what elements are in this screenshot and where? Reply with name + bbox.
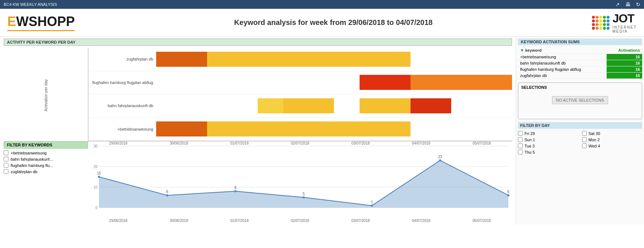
svg-text:20: 20 [93, 165, 98, 169]
bar-xaxis: 29/06/201830/06/201801/07/201802/07/2018… [88, 141, 512, 145]
line-chart: 0102030 156851236 [88, 149, 512, 219]
gantt-bar [156, 121, 207, 136]
filter-keyword-item: zugfahrplan db [4, 169, 88, 174]
kw-activation-cell: 16 [607, 66, 642, 73]
svg-text:6: 6 [166, 190, 168, 194]
kw-table-row: zugfahrplan db16 [518, 73, 642, 79]
filter-day-checkbox[interactable] [518, 143, 523, 148]
line-xaxis-label: 05/07/2018 [452, 219, 512, 223]
filter-day-item: Sat 30 [582, 131, 643, 136]
kw-keyword-cell: flughafen hamburg flugplan abflug [518, 66, 607, 73]
kw-col-label: keyword [525, 48, 542, 52]
filter-day-item: Fri 29 [518, 131, 578, 136]
svg-point-18 [371, 204, 373, 207]
bar-xaxis-label: 03/07/2018 [330, 141, 391, 145]
kw-activation-table: ▼ keyword Activations +betriebsanweisung… [518, 47, 642, 79]
line-xaxis-label: 04/07/2018 [391, 219, 451, 223]
svg-text:23: 23 [438, 155, 442, 159]
svg-point-16 [303, 196, 305, 198]
activity-section-header: ACTIVITY PER KEYWORD PER DAY [4, 39, 512, 46]
kw-col-header: ▼ keyword [518, 47, 607, 54]
svg-text:8: 8 [235, 186, 237, 190]
gantt-chart: zugfahrplan dbflughafen hamburg flugplan… [88, 48, 512, 141]
right-panel: KEYWORD ACTIVATION SUMS ▼ keyword Activa… [516, 37, 644, 225]
kw-activation-cell: 16 [607, 54, 642, 60]
page-title: Keyword analysis for week from 29/06/201… [234, 18, 433, 27]
filter-day-item: Tue 3 [518, 143, 578, 148]
bar-xaxis-label: 30/06/2018 [148, 141, 209, 145]
top-bar-title: BC4 KW WEEKLY ANALYSIS [4, 2, 57, 7]
bar-xaxis-label: 05/07/2018 [452, 141, 512, 145]
filter-keyword-label: bahn fahrplanauskunf... [11, 157, 53, 161]
line-xaxis: 29/06/201830/06/201801/07/201802/07/2018… [88, 219, 512, 223]
jot-logo: JOT INTERNETMEDIA [592, 12, 637, 33]
svg-text:6: 6 [507, 190, 509, 194]
gantt-row-label: zugfahrplan db [88, 57, 156, 61]
selections-box: SELECTIONS NO ACTIVE SELECTIONS [518, 83, 642, 119]
gantt-row-label: bahn fahrplanauskunft db [88, 103, 156, 108]
day-grid: Fri 29Sat 30Sun 1Mon 2Tue 3Wed 4Thu 5 [518, 131, 642, 154]
filter-keyword-label: flughafen hamburg flu... [11, 163, 53, 168]
filter-day-label: Sat 30 [589, 131, 600, 136]
jot-brand: JOT [612, 12, 637, 25]
filter-day-header: FILTER BY DAY [518, 122, 642, 129]
external-link-icon[interactable]: ↗ [615, 1, 620, 7]
svg-text:10: 10 [93, 185, 98, 189]
line-xaxis-label: 30/06/2018 [148, 219, 209, 223]
filter-left: Activation per day FILTER BY KEYWORDS +b… [4, 48, 88, 223]
refresh-icon[interactable]: ↻ [636, 1, 640, 7]
filter-day-label: Mon 2 [589, 138, 600, 142]
filter-day-checkbox[interactable] [518, 137, 523, 142]
filter-day-checkbox[interactable] [518, 131, 523, 136]
gantt-row: +betriebsanweisung [88, 118, 512, 141]
svg-text:30: 30 [93, 144, 98, 148]
filter-day-item: Sun 1 [518, 137, 578, 142]
bar-xaxis-label: 02/07/2018 [270, 141, 330, 145]
left-panel: ACTIVITY PER KEYWORD PER DAY Activation … [0, 37, 516, 225]
settings-icon[interactable]: 🖶 [625, 1, 630, 7]
filter-keyword-checkbox[interactable] [4, 157, 8, 161]
no-active-selections-btn[interactable]: NO ACTIVE SELECTIONS [552, 96, 608, 104]
gantt-bar [411, 98, 451, 113]
filter-keyword-label: zugfahrplan db [11, 169, 37, 174]
filter-day-item: Mon 2 [582, 137, 643, 142]
top-bar: BC4 KW WEEKLY ANALYSIS ↗ 🖶 ↻ [0, 0, 644, 9]
kw-table-row: bahn fahrplanauskunft db16 [518, 60, 642, 66]
logo-rest: WSHOPP [16, 14, 75, 29]
svg-text:15: 15 [97, 171, 101, 175]
jot-text: JOT INTERNETMEDIA [612, 12, 637, 33]
filter-day-checkbox[interactable] [518, 150, 523, 154]
header: EWSHOPP Keyword analysis for week from 2… [0, 9, 644, 37]
gantt-row-bars [156, 98, 512, 113]
filter-day-checkbox[interactable] [582, 131, 587, 136]
charts-area: zugfahrplan dbflughafen hamburg flugplan… [88, 48, 512, 223]
filter-day-checkbox[interactable] [582, 143, 587, 148]
jot-sub: INTERNETMEDIA [612, 25, 637, 33]
filter-day-checkbox[interactable] [582, 137, 587, 142]
top-bar-actions: ↗ 🖶 ↻ [615, 1, 640, 7]
svg-text:5: 5 [303, 192, 305, 196]
kw-activation-cell: 16 [607, 60, 642, 66]
filter-keyword-checkbox[interactable] [4, 169, 8, 174]
gantt-bar [207, 52, 411, 67]
gantt-row-bars [156, 75, 512, 90]
gantt-row-label: +betriebsanweisung [88, 127, 156, 131]
filter-day-label: Fri 29 [525, 131, 535, 136]
main-layout: ACTIVITY PER KEYWORD PER DAY Activation … [0, 37, 644, 225]
filter-day-label: Thu 5 [525, 150, 535, 154]
kw-keyword-cell: zugfahrplan db [518, 73, 607, 79]
logo-container: EWSHOPP [7, 14, 75, 31]
selections-label: SELECTIONS [521, 85, 547, 90]
gantt-bar [156, 52, 207, 67]
filter-keyword-item: bahn fahrplanauskunf... [4, 157, 88, 161]
filter-keyword-checkbox[interactable] [4, 150, 8, 155]
filter-day-item: Wed 4 [582, 143, 643, 148]
gantt-row: bahn fahrplanauskunft db [88, 94, 512, 118]
kw-activation-cell: 16 [607, 73, 642, 79]
filter-keyword-checkbox[interactable] [4, 163, 8, 168]
kw-activation-header: KEYWORD ACTIVATION SUMS [518, 39, 642, 45]
svg-point-14 [234, 190, 236, 192]
filter-keywords-list: +betriebsanweisungbahn fahrplanauskunf..… [4, 150, 88, 174]
kw-table-row: flughafen hamburg flugplan abflug16 [518, 66, 642, 73]
filter-keyword-label: +betriebsanweisung [11, 151, 47, 155]
